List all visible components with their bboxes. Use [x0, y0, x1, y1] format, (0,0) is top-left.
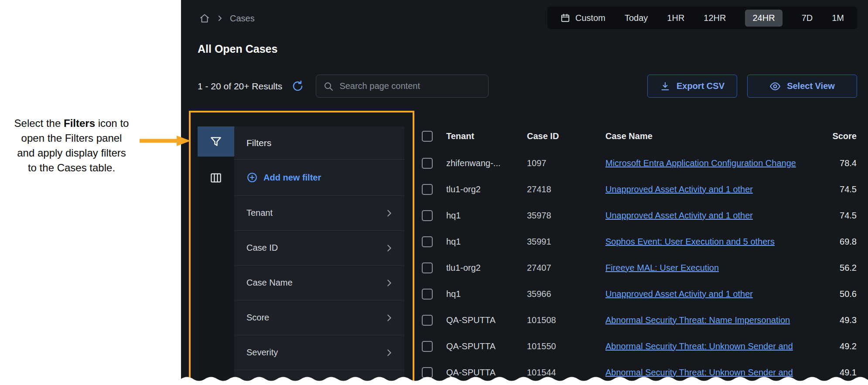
row-checkbox[interactable]	[422, 262, 433, 273]
add-new-filter-button[interactable]: Add new filter	[234, 160, 404, 196]
time-option-today[interactable]: Today	[625, 13, 648, 23]
chevron-right-icon	[384, 313, 394, 323]
table-row: tlu1-org2 27407 Fireeye MAL: User Execut…	[417, 255, 859, 281]
time-option-12hr[interactable]: 12HR	[704, 13, 726, 23]
home-icon[interactable]	[199, 13, 210, 24]
filter-item-tenant[interactable]: Tenant	[234, 196, 404, 231]
row-checkbox[interactable]	[422, 158, 433, 169]
row-checkbox[interactable]	[422, 210, 433, 221]
tenant-cell: tlu1-org2	[446, 184, 527, 194]
search-icon	[323, 81, 334, 92]
case-name-link[interactable]: Abnormal Security Threat: Unknown Sender…	[605, 368, 793, 377]
score-cell: 56.2	[823, 263, 859, 273]
row-checkbox[interactable]	[422, 367, 433, 378]
filters-panel-title: Filters	[234, 126, 404, 160]
toolbar: 1 - 20 of 20+ Results Export CSV	[198, 75, 857, 98]
case-id-cell: 35978	[527, 211, 605, 221]
col-header-case-name: Case Name	[605, 131, 823, 141]
time-option-1hr[interactable]: 1HR	[667, 13, 684, 23]
filter-item-label: Case ID	[246, 243, 278, 253]
select-all-checkbox[interactable]	[422, 131, 433, 142]
score-cell: 69.8	[823, 237, 859, 247]
filter-item-severity[interactable]: Severity	[234, 335, 404, 370]
cases-table: Tenant Case ID Case Name Score zhifenwan…	[417, 126, 859, 385]
annotation-line3: and apply display filters	[3, 146, 140, 160]
filters-panel-body: Filters Add new filter Tenant Case ID	[234, 126, 404, 385]
table-row: QA-SPUTTA 101508 Abnormal Security Threa…	[417, 307, 859, 333]
filter-item-score[interactable]: Score	[234, 300, 404, 335]
case-id-cell: 1097	[527, 158, 605, 168]
refresh-icon[interactable]	[292, 80, 304, 92]
columns-icon-button[interactable]	[198, 163, 234, 193]
table-row: zhifenwang-... 1097 Microsoft Entra Appl…	[417, 150, 859, 176]
case-name-link[interactable]: Abnormal Security Threat: Name Impersona…	[605, 315, 790, 325]
case-id-cell: 35991	[527, 237, 605, 247]
filter-item-case-id[interactable]: Case ID	[234, 231, 404, 266]
case-name-link[interactable]: Unapproved Asset Activity and 1 other	[605, 211, 753, 220]
row-checkbox[interactable]	[422, 289, 433, 300]
case-name-link[interactable]: Unapproved Asset Activity and 1 other	[605, 184, 753, 194]
time-option-custom[interactable]: Custom	[560, 13, 605, 23]
case-name-link[interactable]: Abnormal Security Threat: Unknown Sender…	[605, 341, 793, 351]
row-checkbox[interactable]	[422, 184, 433, 195]
tenant-cell: hq1	[446, 289, 527, 299]
row-checkbox[interactable]	[422, 341, 433, 352]
funnel-icon	[209, 135, 222, 148]
case-id-cell: 27418	[527, 184, 605, 194]
time-option-7d[interactable]: 7D	[802, 13, 813, 23]
filter-item-case-name[interactable]: Case Name	[234, 266, 404, 300]
annotation-line4: to the Cases table.	[3, 160, 140, 175]
row-checkbox[interactable]	[422, 236, 433, 247]
app-window: Cases Custom Today 1HR 12HR 24HR 7D 1M A…	[181, 0, 868, 385]
col-header-score: Score	[823, 131, 859, 141]
tenant-cell: zhifenwang-...	[446, 158, 527, 168]
case-id-cell: 101544	[527, 368, 605, 378]
download-icon	[660, 81, 670, 92]
table-row: hq1 35978 Unapproved Asset Activity and …	[417, 202, 859, 228]
breadcrumb-chevron-icon	[216, 14, 224, 22]
tenant-cell: tlu1-org2	[446, 263, 527, 273]
score-cell: 49.3	[823, 315, 859, 325]
select-view-label: Select View	[787, 81, 835, 91]
select-view-button[interactable]: Select View	[747, 75, 857, 98]
chevron-right-icon	[384, 243, 394, 253]
annotation-line1-pre: Select the	[14, 117, 64, 129]
case-name-link[interactable]: Fireeye MAL: User Execution	[605, 263, 719, 273]
case-id-cell: 101508	[527, 315, 605, 325]
case-name-link[interactable]: Microsoft Entra Application Configuratio…	[605, 158, 796, 168]
score-cell: 49.1	[823, 368, 859, 378]
tenant-cell: QA-SPUTTA	[446, 315, 527, 325]
row-checkbox[interactable]	[422, 315, 433, 326]
time-option-1m[interactable]: 1M	[832, 13, 844, 23]
case-name-link[interactable]: Unapproved Asset Activity and 1 other	[605, 289, 753, 299]
circle-plus-icon	[246, 172, 258, 183]
col-header-case-id: Case ID	[527, 131, 605, 141]
filter-item-label: Score	[246, 313, 269, 323]
case-id-cell: 35966	[527, 289, 605, 299]
filter-item-label: Severity	[246, 348, 278, 358]
score-cell: 50.6	[823, 289, 859, 299]
table-row: tlu1-org2 27418 Unapproved Asset Activit…	[417, 176, 859, 202]
score-cell: 78.4	[823, 158, 859, 168]
tenant-cell: hq1	[446, 237, 527, 247]
breadcrumb: Cases	[199, 11, 255, 25]
table-row: hq1 35991 Sophos Event: User Execution a…	[417, 228, 859, 255]
tenant-cell: hq1	[446, 211, 527, 221]
annotation-line2: open the Filters panel	[3, 131, 140, 146]
time-range-bar: Custom Today 1HR 12HR 24HR 7D 1M	[547, 7, 857, 29]
table-row: hq1 35966 Unapproved Asset Activity and …	[417, 281, 859, 307]
chevron-right-icon	[384, 278, 394, 288]
time-option-24hr[interactable]: 24HR	[745, 10, 782, 27]
tenant-cell: QA-SPUTTA	[446, 341, 527, 351]
annotation-arrow	[140, 134, 191, 147]
export-csv-label: Export CSV	[677, 81, 724, 91]
search-input[interactable]	[339, 81, 481, 91]
col-header-tenant: Tenant	[446, 131, 527, 141]
time-option-custom-label: Custom	[575, 13, 605, 23]
case-name-link[interactable]: Sophos Event: User Execution and 5 other…	[605, 237, 775, 246]
export-csv-button[interactable]: Export CSV	[647, 75, 737, 98]
filters-icon-button[interactable]	[198, 126, 234, 157]
filter-item-label: Case Name	[246, 278, 293, 288]
breadcrumb-cases[interactable]: Cases	[230, 14, 255, 24]
results-summary: 1 - 20 of 20+ Results	[198, 81, 282, 92]
